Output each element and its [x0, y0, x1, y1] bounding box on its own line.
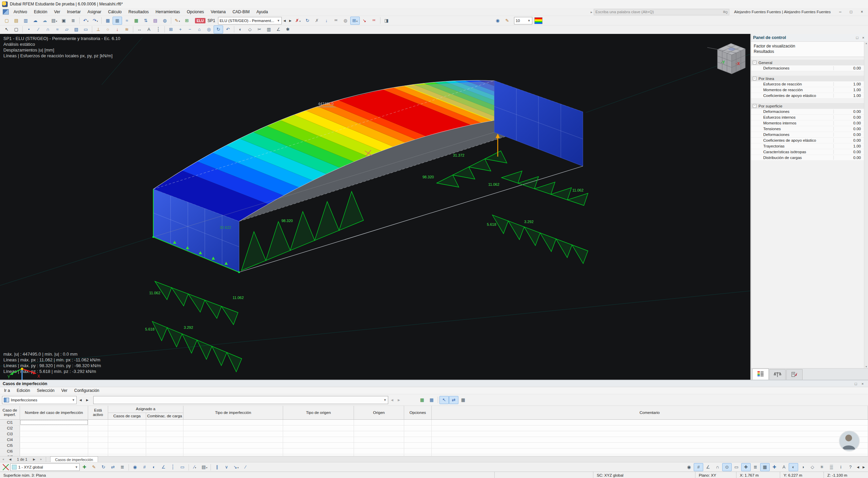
cell-combinac[interactable]	[146, 431, 183, 437]
values-xx-icon[interactable]: ˣˣ	[331, 17, 341, 25]
axes-toggle-icon[interactable]: ✚	[770, 463, 779, 471]
cell-activo[interactable]	[88, 449, 108, 454]
menu-item[interactable]: Edición	[31, 8, 51, 16]
cell-tipo-origen[interactable]	[283, 443, 354, 448]
previous-row-button[interactable]: ◀	[389, 397, 395, 403]
cell-nombre[interactable]	[20, 420, 88, 425]
clip-plane-icon[interactable]: ▥	[264, 25, 274, 34]
scale-factor-value[interactable]: 0.00	[833, 138, 863, 142]
cell-casos-carga[interactable]	[108, 437, 146, 442]
filter-results-icon[interactable]: ✗	[293, 17, 303, 25]
cell-activo[interactable]	[88, 420, 108, 425]
globe-icon[interactable]: ◍	[160, 17, 170, 25]
scale-factor-value[interactable]: 0.00	[833, 127, 863, 131]
cell-combinac[interactable]	[146, 443, 183, 448]
search-icon[interactable]: ≡Q	[723, 9, 728, 14]
info-icon[interactable]: i	[836, 463, 846, 471]
cell-nombre[interactable]	[20, 437, 88, 442]
undo-icon[interactable]: ↶	[81, 17, 91, 25]
result-values-icon[interactable]: ˣˣ	[369, 17, 379, 25]
open-model-icon[interactable]: ▤	[12, 17, 21, 25]
snap-frame-icon[interactable]: ▭	[178, 463, 187, 471]
section-icon[interactable]: ✂	[255, 25, 264, 34]
arc-new-icon[interactable]: ∩	[43, 25, 53, 34]
cloud-open-icon[interactable]: ☁	[31, 17, 40, 25]
save-model-icon[interactable]: ▥	[21, 17, 31, 25]
printout-report-icon[interactable]: ≣	[68, 17, 78, 25]
opening-new-icon[interactable]: ▭	[81, 25, 91, 34]
next-load-case-button[interactable]: ▶	[288, 17, 293, 24]
grid-values-icon[interactable]: ⊞	[350, 17, 360, 25]
cell-tipo-imperfeccion[interactable]	[183, 443, 283, 448]
status-plane[interactable]: Plano: XY	[695, 472, 736, 478]
cell-tipo-imperfeccion[interactable]	[183, 420, 283, 425]
cell-casos-carga[interactable]	[108, 449, 146, 454]
cell-opciones[interactable]	[404, 443, 432, 448]
ortho-toggle-icon[interactable]: ∠	[703, 463, 713, 471]
cell-activo[interactable]	[88, 443, 108, 448]
search-input[interactable]: Escriba una palabra clave (Alt+Q) ≡Q	[594, 9, 729, 15]
zoom-all-icon[interactable]: ⌂	[195, 25, 204, 34]
imperfection-new-icon[interactable]: ≋	[122, 25, 132, 34]
menu-item[interactable]: Opciones	[183, 8, 208, 16]
dimension-icon[interactable]: ↔	[135, 25, 144, 34]
guideline-icon[interactable]: ┆	[154, 25, 163, 34]
cell-origen[interactable]	[354, 420, 404, 425]
values-off-icon[interactable]: ✗	[312, 17, 322, 25]
cell-combinac[interactable]	[146, 420, 183, 425]
tab-color-scale[interactable]	[752, 369, 769, 380]
cs-mirror-icon[interactable]: ⇄	[108, 463, 118, 471]
text-comment-icon[interactable]: A	[144, 25, 154, 34]
perspective-toggle-icon[interactable]: ◇	[808, 463, 817, 471]
snap-toggle-icon[interactable]: ◉	[684, 463, 694, 471]
line-fan-icon[interactable]: ∨	[222, 463, 231, 471]
pick-in-graphic-icon[interactable]: ↖	[439, 396, 449, 404]
scale-factor-value[interactable]: 0.00	[833, 66, 863, 70]
table-row[interactable]: CI2	[0, 425, 868, 431]
cell-combinac[interactable]	[146, 437, 183, 442]
cell-combinac[interactable]	[146, 425, 183, 431]
result-arrow-icon[interactable]: ↓	[322, 17, 331, 25]
status-coordinate-system[interactable]: SC: XYZ global	[593, 472, 695, 478]
previous-view-icon[interactable]: ↶	[223, 25, 233, 34]
menu-item[interactable]: Insertar	[63, 8, 84, 16]
osnap-toggle-icon[interactable]: ⊙	[722, 463, 732, 471]
help-icon[interactable]: ?	[846, 463, 855, 471]
shadow-toggle-icon[interactable]: ◑	[798, 463, 808, 471]
scale-factor-value[interactable]: 0.00	[833, 115, 863, 119]
user-avatar[interactable]	[839, 431, 860, 452]
new-model-icon[interactable]: ▢	[2, 17, 12, 25]
filter-pencil-icon[interactable]: ✎	[502, 17, 512, 25]
cell-nombre[interactable]	[20, 449, 88, 454]
model-scene[interactable]	[0, 34, 750, 380]
cell-casos-carga[interactable]	[108, 431, 146, 437]
cell-tipo-imperfeccion[interactable]	[183, 449, 283, 454]
table-row[interactable]: CI4	[0, 437, 868, 443]
menu-item[interactable]: Selección	[34, 387, 58, 394]
zoom-window-icon[interactable]: ⊞	[166, 25, 176, 34]
results-phase-icon[interactable]: ↻	[303, 17, 312, 25]
scale-factor-value[interactable]: 0.00	[833, 109, 863, 114]
previous-load-case-button[interactable]: ◀	[282, 17, 288, 24]
table-filter-combo[interactable]: ▼	[93, 396, 388, 404]
cs-list-icon[interactable]: ≣	[118, 463, 127, 471]
select-window-icon[interactable]: ▢	[12, 25, 21, 34]
polar-toggle-icon[interactable]: ∩	[713, 463, 722, 471]
graphic-to-table-icon[interactable]: ▦	[427, 396, 436, 404]
cell-comentario[interactable]	[432, 437, 868, 442]
navigation-cube[interactable]: -Y -X	[707, 38, 750, 78]
cell-nombre[interactable]	[20, 431, 88, 437]
cell-tipo-imperfeccion[interactable]	[183, 437, 283, 442]
line-arc-icon[interactable]: ↘	[231, 463, 241, 471]
wireframe-icon[interactable]: ▦	[760, 463, 770, 471]
load-case-combo[interactable]: ELU (STR/GEO) - Permanent... ▼	[218, 17, 282, 24]
cs-create-icon[interactable]: ✚	[80, 463, 89, 471]
labels-toggle-icon[interactable]: A	[779, 463, 789, 471]
cell-comentario[interactable]	[432, 449, 868, 454]
cell-combinac[interactable]	[146, 449, 183, 454]
cs-edit-icon[interactable]: ✎	[89, 463, 99, 471]
menu-item[interactable]: Ventana	[208, 8, 229, 16]
next-table-icon[interactable]: ▶	[31, 458, 38, 461]
lights-toggle-icon[interactable]: ✳	[817, 463, 827, 471]
snap-grid-icon[interactable]: #	[140, 463, 149, 471]
